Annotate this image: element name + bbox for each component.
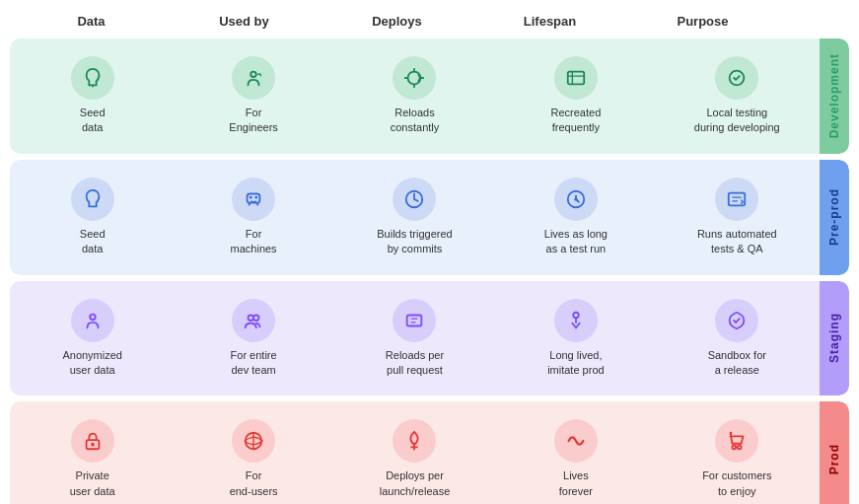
section-label-text-staging: Staging bbox=[827, 313, 841, 363]
section-grid-prod: Private user dataFor end-usersDeploys pe… bbox=[10, 401, 820, 504]
svg-point-19 bbox=[90, 318, 96, 321]
cell-label-development-3: Recreated frequently bbox=[551, 106, 602, 136]
cell-label-pre-prod-0: Seed data bbox=[80, 227, 106, 257]
col-header-deploys: Deploys bbox=[321, 10, 473, 33]
svg-point-14 bbox=[574, 197, 578, 201]
svg-point-32 bbox=[733, 446, 737, 450]
col-header-usedby: Used by bbox=[168, 10, 321, 33]
cell-label-staging-0: Anonymized user data bbox=[62, 348, 122, 379]
cell-development-4: Local testing during developing bbox=[659, 48, 816, 144]
cell-development-2: Reloads constantly bbox=[336, 48, 493, 144]
cell-label-pre-prod-4: Runs automated tests & QA bbox=[697, 227, 777, 257]
svg-point-22 bbox=[253, 315, 259, 321]
sections-container: Seed dataFor EngineersReloads constantly… bbox=[10, 38, 849, 504]
cell-label-pre-prod-3: Lives as long as a test run bbox=[544, 227, 608, 257]
icon-staging-1 bbox=[232, 299, 275, 342]
icon-development-3 bbox=[554, 56, 598, 100]
cell-pre-prod-0: Seed data bbox=[14, 170, 171, 265]
cell-prod-4: For customers to enjoy bbox=[659, 411, 816, 504]
icon-pre-prod-3 bbox=[554, 178, 598, 221]
cell-staging-0: Anonymized user data bbox=[14, 291, 171, 387]
svg-line-11 bbox=[257, 202, 258, 205]
svg-point-1 bbox=[251, 72, 256, 78]
svg-rect-23 bbox=[407, 315, 422, 325]
svg-point-8 bbox=[250, 196, 252, 199]
cell-development-0: Seed data bbox=[14, 48, 171, 144]
section-label-pre-prod: Pre-prod bbox=[820, 160, 849, 275]
section-pre-prod: Seed dataFor machinesBuilds triggered by… bbox=[10, 160, 849, 275]
cell-label-staging-4: Sandbox for a release bbox=[708, 348, 766, 379]
cell-label-staging-2: Reloads per pull request bbox=[386, 348, 444, 379]
section-grid-staging: Anonymized user dataFor entire dev teamR… bbox=[10, 281, 820, 396]
cell-pre-prod-4: Runs automated tests & QA bbox=[659, 170, 816, 265]
icon-prod-4 bbox=[715, 419, 758, 463]
cell-label-development-4: Local testing during developing bbox=[694, 106, 780, 136]
cell-prod-0: Private user data bbox=[14, 411, 171, 504]
header-row: Data Used by Deploys Lifespan Purpose bbox=[10, 10, 849, 33]
section-grid-pre-prod: Seed dataFor machinesBuilds triggered by… bbox=[10, 160, 820, 275]
icon-prod-0 bbox=[71, 419, 114, 463]
cell-label-development-0: Seed data bbox=[80, 106, 106, 136]
icon-staging-2 bbox=[393, 299, 436, 342]
cell-label-staging-1: For entire dev team bbox=[231, 348, 277, 379]
svg-point-24 bbox=[573, 312, 579, 318]
main-container: Data Used by Deploys Lifespan Purpose Se… bbox=[0, 0, 859, 504]
section-staging: Anonymized user dataFor entire dev teamR… bbox=[10, 281, 849, 396]
cell-label-prod-3: Lives forever bbox=[559, 468, 593, 499]
svg-rect-3 bbox=[568, 72, 585, 85]
section-label-staging: Staging bbox=[820, 281, 849, 396]
icon-pre-prod-2 bbox=[393, 178, 436, 221]
cell-staging-1: For entire dev team bbox=[175, 291, 331, 387]
cell-pre-prod-3: Lives as long as a test run bbox=[497, 170, 654, 265]
section-label-prod: Prod bbox=[820, 401, 849, 504]
svg-point-20 bbox=[89, 315, 91, 317]
svg-point-2 bbox=[408, 72, 421, 85]
svg-point-9 bbox=[254, 196, 257, 199]
cell-label-staging-3: Long lived, imitate prod bbox=[547, 348, 604, 379]
col-header-data: Data bbox=[15, 10, 168, 33]
section-label-text-prod: Prod bbox=[827, 444, 841, 474]
icon-staging-3 bbox=[554, 299, 598, 342]
cell-staging-4: Sandbox for a release bbox=[659, 291, 816, 387]
section-label-development: Development bbox=[820, 38, 849, 154]
col-header-purpose: Purpose bbox=[626, 10, 779, 33]
cell-staging-3: Long lived, imitate prod bbox=[497, 291, 654, 387]
col-header-lifespan: Lifespan bbox=[473, 10, 626, 33]
icon-pre-prod-0 bbox=[71, 178, 114, 221]
cell-development-3: Recreated frequently bbox=[497, 48, 654, 144]
icon-development-2 bbox=[393, 56, 436, 100]
cell-label-pre-prod-1: For machines bbox=[231, 227, 277, 257]
section-prod: Private user dataFor end-usersDeploys pe… bbox=[10, 401, 849, 504]
cell-label-development-2: Reloads constantly bbox=[391, 106, 440, 136]
cell-label-prod-4: For customers to enjoy bbox=[702, 468, 771, 499]
cell-prod-1: For end-users bbox=[175, 411, 331, 504]
icon-staging-4 bbox=[715, 299, 758, 342]
section-label-text-development: Development bbox=[827, 53, 841, 138]
cell-prod-2: Deploys per launch/release bbox=[336, 411, 493, 504]
icon-prod-2 bbox=[393, 419, 436, 463]
icon-pre-prod-1 bbox=[232, 178, 275, 221]
cell-label-prod-0: Private user data bbox=[70, 468, 115, 499]
icon-development-0 bbox=[71, 56, 114, 100]
cell-staging-2: Reloads per pull request bbox=[336, 291, 493, 387]
cell-label-development-1: For Engineers bbox=[229, 106, 278, 136]
cell-pre-prod-1: For machines bbox=[175, 170, 331, 265]
cell-pre-prod-2: Builds triggered by commits bbox=[336, 170, 493, 265]
icon-prod-1 bbox=[232, 419, 275, 463]
section-label-text-pre-prod: Pre-prod bbox=[827, 188, 841, 246]
svg-rect-15 bbox=[729, 192, 746, 205]
cell-label-pre-prod-2: Builds triggered by commits bbox=[377, 227, 452, 257]
section-grid-development: Seed dataFor EngineersReloads constantly… bbox=[10, 38, 820, 154]
svg-point-33 bbox=[738, 446, 742, 450]
section-development: Seed dataFor EngineersReloads constantly… bbox=[10, 38, 849, 154]
svg-line-10 bbox=[250, 202, 251, 205]
cell-development-1: For Engineers bbox=[175, 48, 331, 144]
icon-prod-3 bbox=[554, 419, 598, 463]
cell-label-prod-2: Deploys per launch/release bbox=[380, 468, 451, 499]
cell-label-prod-1: For end-users bbox=[230, 468, 278, 499]
icon-development-1 bbox=[232, 56, 275, 100]
cell-prod-3: Lives forever bbox=[497, 411, 654, 504]
icon-development-4 bbox=[715, 56, 758, 100]
icon-pre-prod-4 bbox=[715, 178, 758, 221]
svg-point-27 bbox=[91, 443, 95, 447]
